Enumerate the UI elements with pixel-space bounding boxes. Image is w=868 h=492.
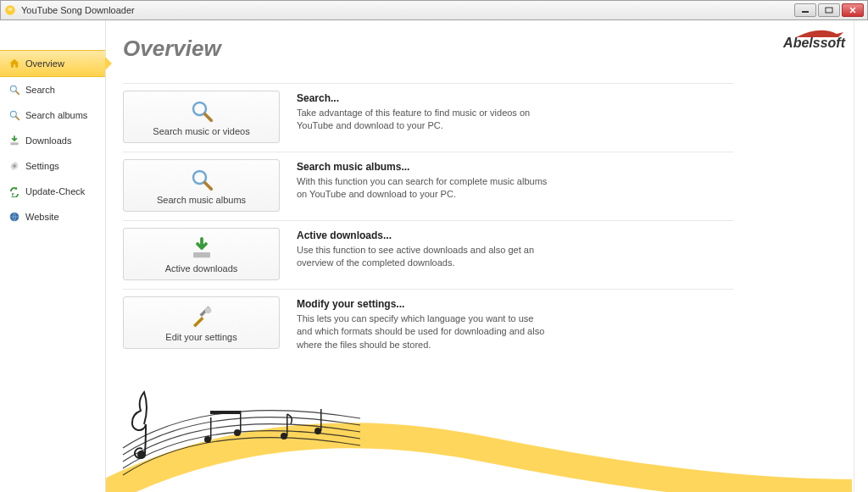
- sidebar-item-search-albums[interactable]: Search albums: [0, 102, 105, 128]
- svg-point-9: [137, 451, 146, 459]
- card-title: Active downloads...: [297, 229, 733, 241]
- download-icon: [8, 135, 20, 146]
- sidebar-item-label: Overview: [25, 58, 64, 69]
- close-button[interactable]: [842, 3, 864, 17]
- search-icon: [8, 84, 20, 96]
- card-desc: With this function you can search for co…: [297, 175, 551, 202]
- card-title: Modify your settings...: [297, 298, 733, 310]
- search-music-button[interactable]: Search music or videos: [123, 91, 280, 143]
- sidebar-item-label: Search albums: [25, 110, 87, 120]
- search-icon: [189, 167, 214, 192]
- page-title: Overview: [123, 36, 837, 62]
- sidebar-item-settings[interactable]: Settings: [0, 153, 105, 179]
- sidebar-item-label: Search: [25, 85, 55, 95]
- card-search-albums: Search music albums Search music albums.…: [123, 152, 733, 212]
- svg-point-15: [281, 433, 287, 439]
- tools-icon: [189, 304, 214, 329]
- card-title: Search music albums...: [297, 161, 733, 173]
- brand-name: Abelssoft: [783, 36, 845, 51]
- svg-rect-8: [826, 8, 832, 13]
- refresh-icon: [8, 185, 20, 197]
- card-search: Search music or videos Search... Take ad…: [123, 83, 733, 143]
- brand-logo: Abelssoft: [783, 27, 845, 51]
- sidebar-item-label: Settings: [25, 161, 59, 171]
- card-button-label: Search music or videos: [153, 126, 249, 136]
- svg-rect-11: [210, 417, 212, 439]
- card-desc: Take advantage of this feature to find m…: [297, 107, 551, 133]
- sidebar-item-label: Downloads: [25, 135, 71, 146]
- search-icon: [189, 98, 214, 124]
- music-notes-decoration: [106, 373, 854, 492]
- card-desc: This lets you can specify which language…: [297, 312, 551, 351]
- svg-rect-16: [287, 414, 288, 436]
- window-title: YouTube Song Downloader: [21, 5, 794, 15]
- card-settings: Edit your settings Modify your settings.…: [123, 289, 733, 351]
- svg-point-10: [204, 436, 211, 443]
- maximize-button[interactable]: [818, 3, 840, 17]
- app-logo-icon: [4, 4, 16, 16]
- svg-rect-14: [210, 411, 241, 414]
- card-button-label: Edit your settings: [165, 332, 236, 342]
- svg-point-12: [234, 429, 241, 436]
- svg-rect-13: [240, 411, 242, 433]
- card-desc: Use this function to see active download…: [297, 244, 551, 270]
- sidebar: Overview Search Search albums Downloads …: [0, 20, 106, 492]
- sidebar-item-overview[interactable]: Overview: [0, 50, 105, 77]
- sidebar-item-label: Update-Check: [25, 186, 85, 196]
- edit-settings-button[interactable]: Edit your settings: [123, 296, 280, 349]
- card-title: Search...: [297, 92, 733, 104]
- sidebar-item-search[interactable]: Search: [0, 77, 105, 102]
- globe-icon: [8, 211, 20, 223]
- sidebar-item-downloads[interactable]: Downloads: [0, 128, 105, 153]
- search-icon: [8, 109, 20, 121]
- download-icon: [189, 235, 214, 261]
- svg-point-17: [314, 428, 321, 434]
- active-downloads-button[interactable]: Active downloads: [123, 228, 280, 280]
- sidebar-item-label: Website: [25, 212, 59, 222]
- card-active-downloads: Active downloads Active downloads... Use…: [123, 220, 733, 280]
- sidebar-item-update-check[interactable]: Update-Check: [0, 179, 105, 204]
- main-content: Abelssoft Overview Search music or video…: [106, 20, 854, 492]
- search-albums-button[interactable]: Search music albums: [123, 159, 280, 212]
- sidebar-item-website[interactable]: Website: [0, 204, 105, 229]
- card-button-label: Active downloads: [165, 263, 238, 274]
- titlebar: YouTube Song Downloader: [0, 0, 868, 20]
- card-button-label: Search music albums: [157, 195, 246, 205]
- gear-icon: [8, 160, 20, 172]
- home-icon: [8, 58, 20, 69]
- svg-rect-18: [320, 409, 322, 431]
- minimize-button[interactable]: [794, 3, 816, 17]
